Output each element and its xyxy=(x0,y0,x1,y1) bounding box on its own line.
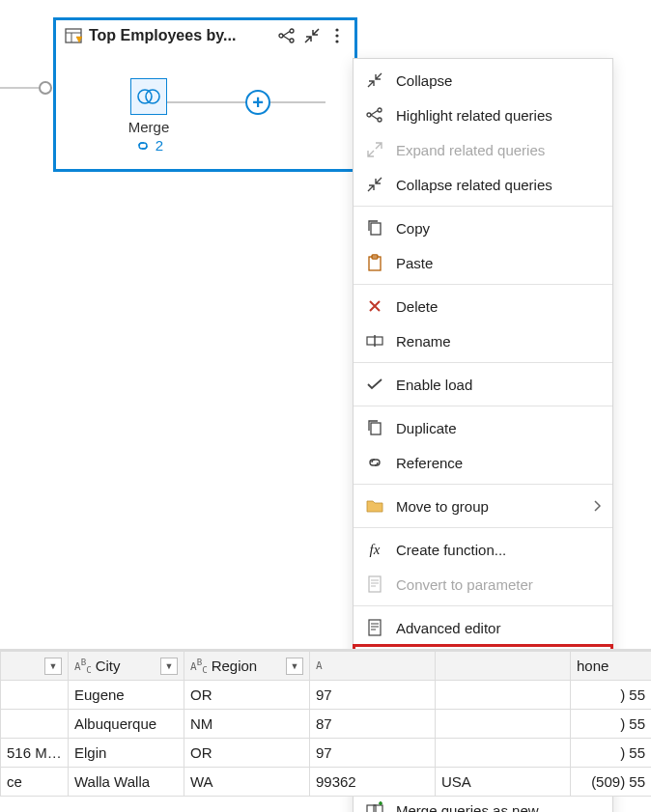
svg-line-8 xyxy=(283,36,290,41)
column-header-city[interactable]: ABCCity▼ xyxy=(69,652,184,681)
paste-icon xyxy=(363,251,386,274)
menu-collapse[interactable]: Collapse xyxy=(354,63,612,98)
svg-rect-43 xyxy=(374,805,382,812)
menu-delete[interactable]: Delete xyxy=(354,289,612,323)
svg-point-12 xyxy=(138,90,152,103)
parameter-icon xyxy=(363,573,386,596)
duplicate-icon xyxy=(363,416,386,439)
svg-point-4 xyxy=(279,34,283,38)
menu-separator xyxy=(354,206,612,207)
menu-collapse-related[interactable]: Collapse related queries xyxy=(354,167,612,202)
menu-rename[interactable]: Rename xyxy=(354,323,612,358)
diagram-canvas[interactable]: Top Employees by... Merge 2 xyxy=(0,0,651,812)
svg-line-17 xyxy=(371,111,378,116)
menu-reference[interactable]: Reference xyxy=(354,445,612,480)
graph-icon xyxy=(363,103,386,126)
svg-rect-29 xyxy=(369,620,381,635)
related-queries-icon[interactable] xyxy=(277,26,297,45)
text-type-icon: A xyxy=(316,659,323,672)
query-card-header: Top Employees by... xyxy=(56,20,354,51)
svg-rect-24 xyxy=(371,423,381,434)
collapse-icon[interactable] xyxy=(302,26,322,45)
linked-count: 2 xyxy=(156,137,163,154)
folder-icon xyxy=(363,494,386,518)
menu-move-to-group[interactable]: Move to group xyxy=(354,489,612,523)
table-row[interactable]: ceWalla WallaWA99362USA(509) 55 xyxy=(1,768,652,797)
svg-point-15 xyxy=(378,108,382,112)
collapse-icon xyxy=(363,69,386,92)
menu-paste[interactable]: Paste xyxy=(354,245,612,280)
table-header-row: ▼ ABCCity▼ ABCRegion▼ A hone xyxy=(1,652,652,681)
query-card[interactable]: Top Employees by... Merge 2 xyxy=(53,17,357,172)
table-row[interactable]: AlbuquerqueNM87) 55 xyxy=(1,710,652,739)
svg-point-5 xyxy=(290,29,294,33)
table-row[interactable]: 516 M…ElginOR97) 55 xyxy=(1,739,652,768)
rename-icon xyxy=(363,329,386,352)
menu-highlight-related[interactable]: Highlight related queries xyxy=(354,98,612,132)
menu-create-function[interactable]: fx Create function... xyxy=(354,532,612,567)
svg-rect-25 xyxy=(369,576,381,592)
copy-icon xyxy=(363,216,386,239)
merge-new-icon xyxy=(363,798,386,812)
merge-step-icon xyxy=(130,78,167,115)
collapse-icon xyxy=(363,173,386,196)
menu-separator xyxy=(354,605,612,606)
menu-convert-parameter: Convert to parameter xyxy=(354,567,612,602)
column-header-region[interactable]: ABCRegion▼ xyxy=(184,652,310,681)
svg-point-10 xyxy=(335,34,338,37)
column-header[interactable] xyxy=(436,652,571,681)
expand-icon xyxy=(363,138,386,161)
menu-separator xyxy=(354,484,612,485)
function-icon: fx xyxy=(363,538,386,561)
table-body: EugeneOR97) 55 AlbuquerqueNM87) 55 516 M… xyxy=(1,681,652,797)
filter-dropdown-icon[interactable]: ▼ xyxy=(160,658,178,675)
filter-dropdown-icon[interactable]: ▼ xyxy=(44,658,62,675)
menu-duplicate[interactable]: Duplicate xyxy=(354,410,612,445)
svg-point-9 xyxy=(335,28,338,31)
checkmark-icon xyxy=(363,373,386,396)
menu-advanced-editor[interactable]: Advanced editor xyxy=(354,610,612,645)
delete-icon xyxy=(363,294,386,318)
editor-icon xyxy=(363,616,386,639)
column-header[interactable]: ▼ xyxy=(1,652,69,681)
reference-icon xyxy=(363,451,386,474)
query-card-title: Top Employees by... xyxy=(89,27,271,44)
table-row[interactable]: EugeneOR97) 55 xyxy=(1,681,652,710)
svg-point-13 xyxy=(146,90,159,103)
menu-separator xyxy=(354,406,612,406)
data-preview-table: ▼ ABCCity▼ ABCRegion▼ A hone EugeneOR97)… xyxy=(0,649,651,797)
step-merge[interactable]: Merge 2 xyxy=(110,78,187,154)
svg-rect-19 xyxy=(371,223,381,235)
svg-rect-42 xyxy=(367,805,376,812)
step-label: Merge xyxy=(110,119,187,135)
svg-line-18 xyxy=(371,115,378,120)
more-options-icon[interactable] xyxy=(327,26,347,45)
svg-point-11 xyxy=(335,40,338,42)
column-header[interactable]: A xyxy=(310,652,436,681)
menu-separator xyxy=(354,527,612,528)
query-card-body: Merge 2 + xyxy=(56,51,354,165)
connector-line xyxy=(0,87,39,89)
svg-point-14 xyxy=(367,113,371,117)
query-table-icon xyxy=(64,26,83,45)
connector-endpoint[interactable] xyxy=(39,81,52,95)
text-type-icon: ABC xyxy=(74,657,92,675)
menu-enable-load[interactable]: Enable load xyxy=(354,367,612,402)
svg-point-16 xyxy=(378,118,382,122)
svg-line-7 xyxy=(283,32,290,37)
filter-dropdown-icon[interactable]: ▼ xyxy=(286,658,303,675)
svg-point-6 xyxy=(290,39,294,42)
menu-separator xyxy=(354,362,612,363)
add-step-button[interactable]: + xyxy=(245,90,270,115)
menu-copy[interactable]: Copy xyxy=(354,210,612,245)
menu-separator xyxy=(354,284,612,285)
menu-expand-related: Expand related queries xyxy=(354,132,612,167)
text-type-icon: ABC xyxy=(190,657,208,675)
column-header-phone[interactable]: hone xyxy=(571,652,652,681)
linked-queries-badge[interactable]: 2 xyxy=(110,137,187,154)
chevron-right-icon xyxy=(593,500,601,512)
